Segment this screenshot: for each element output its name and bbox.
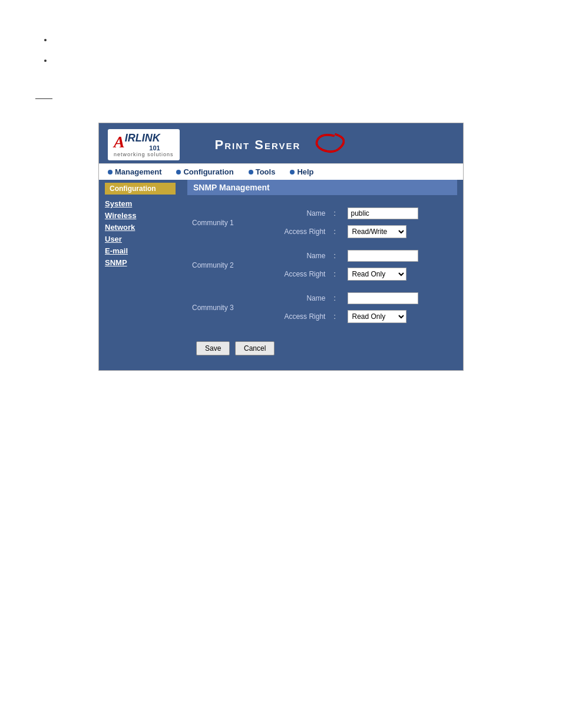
print-server-title-area: Print Server (215, 137, 301, 153)
community3-label: Community 3 (189, 290, 259, 325)
community1-name-label: Name (260, 205, 329, 222)
community2-name-input[interactable] (348, 250, 418, 262)
router-header: A IRLINK 101 networking solutions Print … (99, 123, 463, 163)
community1-name-row: Community 1 Name : (189, 205, 456, 222)
sidebar-item-wireless[interactable]: Wireless (105, 211, 176, 220)
community2-name-row: Community 2 Name : (189, 248, 456, 264)
logo-networking-text: networking solutions (114, 151, 174, 157)
sidebar-item-network[interactable]: Network (105, 223, 176, 232)
community2-access-colon: : (330, 265, 343, 283)
button-row: Save Cancel (187, 335, 457, 361)
community2-label: Community 2 (189, 248, 259, 283)
bullet-item-2 (53, 56, 527, 65)
community1-access-cell: Read/Write Read Only Write Only (344, 223, 456, 241)
community1-access-colon: : (330, 223, 343, 241)
community1-access-label: Access Right (260, 223, 329, 241)
nav-dot-configuration (176, 170, 181, 174)
community3-name-cell (344, 290, 456, 307)
nav-tools-label: Tools (256, 167, 276, 176)
community3-access-select[interactable]: Read/Write Read Only Write Only (348, 310, 406, 323)
cancel-button[interactable]: Cancel (235, 341, 275, 355)
sidebar-item-user[interactable]: User (105, 235, 176, 243)
community3-name-colon: : (330, 290, 343, 307)
nav-dot-tools (249, 170, 253, 174)
community2-name-colon: : (330, 248, 343, 264)
spacer1 (189, 242, 456, 246)
community3-name-input[interactable] (348, 292, 418, 304)
community1-label: Community 1 (189, 205, 259, 241)
nav-dot-help (290, 170, 295, 174)
community3-name-label: Name (260, 290, 329, 307)
community2-access-cell: Read/Write Read Only Write Only (344, 265, 456, 283)
nav-dot-management (108, 170, 113, 174)
community2-access-label: Access Right (260, 265, 329, 283)
community2-name-cell (344, 248, 456, 264)
community1-name-colon: : (330, 205, 343, 222)
content-panel: SNMP Management Community 1 Name : Acces… (181, 180, 463, 370)
sidebar-title: Configuration (105, 183, 176, 195)
main-area: Configuration System Wireless Network Us… (99, 180, 463, 370)
logo-101-text: 101 (125, 144, 160, 151)
logo-airlink: A IRLINK 101 (114, 132, 174, 151)
router-panel: A IRLINK 101 networking solutions Print … (98, 123, 464, 371)
community3-access-cell: Read/Write Read Only Write Only (344, 308, 456, 325)
nav-tools[interactable]: Tools (249, 167, 276, 176)
logo-a-letter: A (114, 133, 125, 151)
community2-name-label: Name (260, 248, 329, 264)
sidebar-item-email[interactable]: E-mail (105, 246, 176, 255)
bullet-list (53, 35, 527, 65)
spacer2 (189, 284, 456, 289)
underline-label (35, 88, 52, 99)
nav-help[interactable]: Help (290, 167, 313, 176)
content-title: SNMP Management (187, 180, 457, 195)
nav-configuration-label: Configuration (183, 167, 233, 176)
nav-configuration[interactable]: Configuration (176, 167, 233, 176)
community1-name-cell (344, 205, 456, 222)
community1-access-select[interactable]: Read/Write Read Only Write Only (348, 225, 406, 238)
community3-access-colon: : (330, 308, 343, 325)
red-swirl-icon (309, 131, 345, 155)
bullet-item-1 (53, 35, 527, 44)
sidebar-item-system[interactable]: System (105, 199, 176, 208)
community3-name-row: Community 3 Name : (189, 290, 456, 307)
nav-management[interactable]: Management (108, 167, 161, 176)
community1-name-input[interactable] (348, 207, 418, 219)
snmp-form-table: Community 1 Name : Access Right : Read/W… (187, 204, 457, 327)
nav-bar: Management Configuration Tools Help (99, 163, 463, 180)
nav-help-label: Help (297, 167, 313, 176)
nav-management-label: Management (115, 167, 161, 176)
logo-irlink-text: IRLINK (125, 132, 160, 144)
print-server-label: Print Server (215, 137, 301, 152)
community2-access-select[interactable]: Read/Write Read Only Write Only (348, 268, 406, 281)
sidebar: Configuration System Wireless Network Us… (99, 180, 181, 370)
save-button[interactable]: Save (196, 341, 230, 355)
community3-access-label: Access Right (260, 308, 329, 325)
sidebar-item-snmp[interactable]: SNMP (105, 258, 176, 267)
logo-container: A IRLINK 101 networking solutions (108, 129, 180, 160)
